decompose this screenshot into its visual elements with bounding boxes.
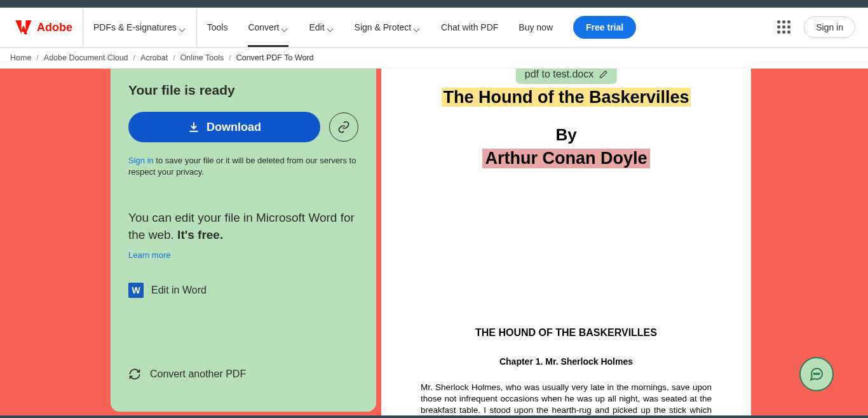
nav-buy-label: Buy now bbox=[519, 22, 553, 32]
chat-fab[interactable] bbox=[799, 357, 834, 391]
nav-tools[interactable]: Tools bbox=[197, 8, 238, 47]
breadcrumb-online[interactable]: Online Tools bbox=[175, 53, 229, 62]
nav-pdfs-label: PDFs & E-signatures bbox=[93, 22, 177, 32]
doc-heading: THE HOUND OF THE BASKERVILLES bbox=[419, 327, 713, 339]
signin-header-button[interactable]: Sign in bbox=[804, 17, 855, 38]
download-icon bbox=[187, 121, 200, 133]
document-body: The Hound of the Baskervilles By Arthur … bbox=[381, 69, 751, 415]
filename-badge[interactable]: pdf to test.docx bbox=[516, 69, 617, 84]
filename-text: pdf to test.docx bbox=[525, 69, 594, 80]
link-icon bbox=[337, 121, 350, 133]
signin-hint-text: to save your file or it will be deleted … bbox=[128, 156, 356, 177]
nav-trial[interactable]: Free trial bbox=[563, 8, 646, 47]
doc-author: Arthur Conan Doyle bbox=[482, 149, 649, 168]
svg-point-0 bbox=[814, 374, 815, 375]
browser-chrome bbox=[0, 0, 868, 8]
nav-convert[interactable]: Convert bbox=[238, 8, 299, 47]
nav-edit-label: Edit bbox=[309, 22, 324, 32]
app-switcher-icon[interactable] bbox=[777, 20, 791, 34]
free-trial-button[interactable]: Free trial bbox=[573, 16, 636, 39]
download-button[interactable]: Download bbox=[128, 112, 320, 142]
pencil-icon bbox=[599, 70, 607, 79]
nav-sign[interactable]: Sign & Protect bbox=[344, 8, 431, 47]
main-header: Adobe PDFs & E-signatures Tools Convert … bbox=[0, 8, 868, 48]
refresh-icon bbox=[128, 368, 141, 381]
nav-tools-label: Tools bbox=[207, 22, 228, 32]
adobe-logo[interactable]: Adobe bbox=[5, 8, 83, 47]
doc-chapter: Chapter 1. Mr. Sherlock Holmes bbox=[419, 356, 713, 367]
panel-heading: Your file is ready bbox=[128, 83, 358, 98]
signin-hint: Sign in to save your file or it will be … bbox=[128, 155, 358, 178]
chevron-down-icon bbox=[282, 24, 288, 30]
breadcrumb-current: Convert PDF To Word bbox=[231, 53, 319, 62]
doc-paragraph: Mr. Sherlock Holmes, who was usually ver… bbox=[419, 382, 713, 415]
convert-another-button[interactable]: Convert another PDF bbox=[128, 368, 358, 381]
content-area: Your file is ready Download Sign in to s… bbox=[0, 69, 868, 415]
signin-link[interactable]: Sign in bbox=[128, 156, 154, 165]
chevron-down-icon bbox=[180, 24, 186, 30]
breadcrumb-acrobat[interactable]: Acrobat bbox=[135, 53, 173, 62]
result-panel: Your file is ready Download Sign in to s… bbox=[111, 69, 376, 412]
edit-in-word-button[interactable]: W Edit in Word bbox=[128, 283, 358, 298]
breadcrumb-home[interactable]: Home bbox=[5, 53, 36, 62]
chevron-down-icon bbox=[414, 24, 421, 30]
doc-by: By bbox=[419, 125, 713, 145]
word-icon: W bbox=[128, 283, 144, 298]
edit-hint-bold: It's free. bbox=[177, 228, 223, 241]
nav-convert-label: Convert bbox=[248, 22, 279, 32]
svg-point-1 bbox=[816, 374, 817, 375]
document-preview: pdf to test.docx The Hound of the Basker… bbox=[381, 69, 751, 415]
nav-chat-label: Chat with PDF bbox=[441, 22, 498, 32]
adobe-logo-text: Adobe bbox=[37, 21, 72, 34]
nav-pdfs[interactable]: PDFs & E-signatures bbox=[83, 8, 197, 47]
nav-buy[interactable]: Buy now bbox=[508, 8, 563, 47]
adobe-logo-icon bbox=[15, 20, 32, 34]
chevron-down-icon bbox=[328, 24, 334, 30]
svg-point-2 bbox=[818, 374, 820, 375]
doc-title: The Hound of the Baskervilles bbox=[442, 88, 690, 107]
learn-more-link[interactable]: Learn more bbox=[128, 250, 358, 260]
copy-link-button[interactable] bbox=[329, 112, 358, 142]
main-nav: PDFs & E-signatures Tools Convert Edit S… bbox=[83, 8, 646, 47]
nav-sign-label: Sign & Protect bbox=[355, 22, 412, 32]
download-label: Download bbox=[207, 121, 261, 134]
breadcrumb-adc[interactable]: Adobe Document Cloud bbox=[39, 53, 133, 62]
chat-icon bbox=[809, 367, 824, 382]
edit-hint: You can edit your file in Microsoft Word… bbox=[128, 210, 358, 243]
convert-another-label: Convert another PDF bbox=[150, 368, 246, 380]
breadcrumb: Home/ Adobe Document Cloud/ Acrobat/ Onl… bbox=[0, 48, 868, 69]
edit-in-word-label: Edit in Word bbox=[151, 285, 207, 296]
edit-hint-text: You can edit your file in Microsoft Word… bbox=[128, 211, 355, 241]
nav-chat[interactable]: Chat with PDF bbox=[431, 8, 508, 47]
nav-edit[interactable]: Edit bbox=[299, 8, 344, 47]
